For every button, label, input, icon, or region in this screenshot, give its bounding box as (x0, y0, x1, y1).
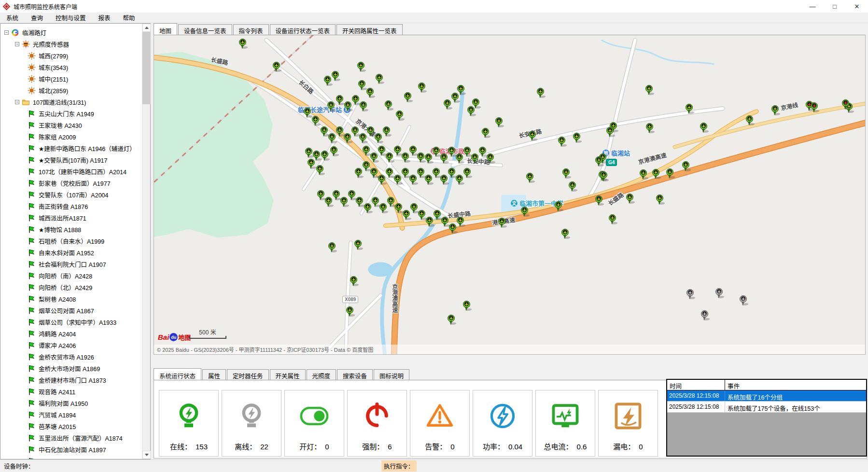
map-pin-online[interactable]: + (463, 147, 471, 157)
map-pin-alarm[interactable]: + (842, 99, 849, 110)
tree-item-sensor-1[interactable]: 城东(3543) (0, 61, 142, 73)
map-pin-online[interactable]: + (482, 128, 489, 139)
close-button[interactable]: ✕ (846, 0, 868, 13)
map-pin-online[interactable]: + (600, 171, 607, 182)
map-pin-online[interactable]: + (418, 83, 425, 93)
map-pin-online[interactable]: + (409, 175, 417, 185)
map-pin-alarm[interactable]: + (811, 102, 818, 113)
map-pin-online[interactable]: + (441, 217, 448, 227)
map-pin-online[interactable]: + (344, 133, 351, 144)
map-pin-offline[interactable]: + (715, 288, 723, 299)
map-pin-online[interactable]: + (417, 168, 424, 179)
tree-item-device-24[interactable]: 观音路 A2411 (0, 386, 142, 397)
map-pin-online[interactable]: + (336, 95, 343, 106)
tree-item-device-clipped[interactable] (0, 455, 142, 459)
map-pin-online[interactable]: + (652, 169, 659, 180)
maximize-button[interactable]: □ (824, 0, 846, 13)
map-pin-online[interactable]: + (321, 126, 328, 137)
map-pin-online[interactable]: + (363, 146, 370, 156)
map-pin-online[interactable]: + (333, 190, 340, 201)
map-pin-online[interactable]: + (487, 153, 494, 164)
map-pin-online[interactable]: + (363, 161, 370, 172)
menu-item-报表[interactable]: 报表 (92, 12, 117, 23)
map-pin-online[interactable]: + (328, 242, 336, 253)
event-log-row-0[interactable]: 2025/3/28 12:15:08系统加载了16个分组 (667, 390, 866, 402)
tree-item-device-9[interactable]: 城西派出所A1871 (0, 212, 142, 223)
tree-item-device-7[interactable]: 交警队东（107南）A2004 (0, 189, 142, 200)
tree-expand-icon[interactable]: − (15, 100, 19, 104)
map-pin-online[interactable]: + (376, 74, 383, 84)
tree-root[interactable]: −临湘路灯 (0, 27, 142, 38)
map-pin-online[interactable]: + (640, 169, 647, 180)
map-pin-online[interactable]: + (495, 117, 503, 128)
map-pin-online[interactable]: + (656, 194, 663, 205)
scroll-up-button[interactable] (142, 24, 151, 32)
tree-item-device-11[interactable]: 石咀桥（自来水）A1999 (0, 235, 142, 247)
map-pin-online[interactable]: + (433, 168, 440, 179)
map-pin-online[interactable]: + (746, 115, 753, 126)
map-pin-online[interactable]: + (312, 116, 319, 126)
scrollbar-thumb[interactable] (142, 32, 151, 104)
map-pin-online[interactable]: + (383, 126, 390, 137)
splitter[interactable] (151, 355, 868, 368)
tree-item-device-8[interactable]: 南正街转盘 A1876 (0, 200, 142, 212)
map-pin-online[interactable]: + (378, 175, 385, 185)
map-pin-online[interactable]: + (700, 123, 707, 133)
map-pin-online[interactable]: + (457, 217, 464, 227)
map-pin-online[interactable]: + (448, 168, 455, 179)
map-pin-online[interactable]: + (372, 197, 379, 208)
map-pin-online[interactable]: + (273, 62, 280, 72)
map-pin-online[interactable]: + (330, 146, 337, 157)
map-pin-online[interactable]: + (379, 203, 387, 214)
map-pin-online[interactable]: + (529, 131, 536, 141)
tree-item-device-17[interactable]: 烟草公司对面 A1867 (0, 305, 142, 316)
tree-item-device-22[interactable]: 金桥大市场对面 A1869 (0, 362, 142, 374)
bottom-tab-3[interactable]: 开关属性 (270, 369, 306, 380)
map-pin-online[interactable]: + (609, 214, 616, 225)
map-pin-online[interactable]: + (396, 111, 403, 121)
tree-item-sensor-3[interactable]: 城北(2859) (0, 84, 142, 96)
map-pin-online[interactable]: + (425, 175, 432, 185)
tree-item-device-5[interactable]: 107北（建新中路路口西）A2014 (0, 166, 142, 177)
map-pin-online[interactable]: + (645, 85, 653, 96)
map-pin-online[interactable]: + (387, 197, 394, 208)
bottom-tab-4[interactable]: 光照度 (307, 369, 336, 380)
map-pin-online[interactable]: + (364, 203, 371, 214)
map-pin-online[interactable]: + (350, 276, 357, 287)
map-pin-online[interactable]: + (394, 175, 401, 185)
map-pin-online[interactable]: + (521, 207, 528, 217)
map-pin-online[interactable]: + (682, 161, 689, 172)
map-pin-online[interactable]: + (595, 195, 602, 206)
map-pin-offline[interactable]: + (701, 310, 708, 321)
map-pin-online[interactable]: + (440, 153, 448, 164)
map-pin-online[interactable]: + (327, 101, 335, 112)
map-pin-online[interactable]: + (440, 175, 448, 185)
event-log-col-event[interactable]: 事件 (725, 380, 866, 390)
tree-item-device-13[interactable]: 社会福利院大门口 A1907 (0, 258, 142, 270)
map-pin-online[interactable]: + (573, 133, 580, 143)
tree-group-road[interactable]: −107国道沿线(31/31) (0, 96, 142, 108)
map-pin-online[interactable]: + (456, 175, 463, 185)
map-pin-online[interactable]: + (526, 173, 533, 183)
map-pin-online[interactable]: + (360, 101, 367, 112)
tree-item-device-29[interactable]: 中石化加油站对面 A1897 (0, 444, 142, 455)
map-tab-0[interactable]: 地图 (154, 23, 177, 35)
map-pin-online[interactable]: + (386, 168, 393, 179)
map-pin-online[interactable]: + (395, 203, 402, 214)
map-canvas[interactable]: 长盛路长白路京港大道长安东路长安中路长盛中路港澳高速京港澳高速长盛路京港线京港澳… (154, 35, 866, 355)
map-pin-online[interactable]: + (370, 168, 378, 179)
tree-item-device-0[interactable]: 五尖山大门东 A1949 (0, 108, 142, 119)
menu-item-帮助[interactable]: 帮助 (117, 12, 141, 23)
map-pin-online[interactable]: + (324, 76, 331, 86)
map-pin-online[interactable]: + (472, 98, 479, 109)
map-pin-online[interactable]: + (404, 92, 411, 103)
map-pin-online[interactable]: + (336, 126, 343, 137)
menu-item-控制与设置[interactable]: 控制与设置 (49, 12, 92, 23)
minimize-button[interactable]: — (801, 0, 824, 13)
tree-item-device-16[interactable]: 梨树巷 A2408 (0, 293, 142, 305)
map-pin-online[interactable]: + (410, 203, 418, 214)
tree-item-device-2[interactable]: 陈家组 A2009 (0, 131, 142, 142)
tree-item-sensor-2[interactable]: 城中(2151) (0, 73, 142, 84)
map-tab-4[interactable]: 开关回路属性一览表 (336, 24, 403, 35)
map-pin-online[interactable]: + (367, 126, 374, 137)
